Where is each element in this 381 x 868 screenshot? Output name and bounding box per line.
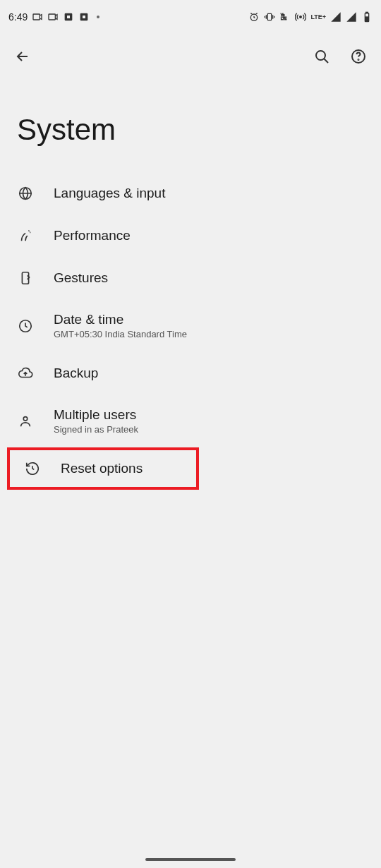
list-item-sub: Signed in as Prateek	[54, 424, 138, 435]
svg-rect-12	[366, 12, 368, 13]
status-left: 6:49	[8, 11, 99, 23]
lte-indicator: LTE+	[310, 13, 326, 20]
signal-icon-2	[346, 11, 357, 23]
svg-rect-13	[365, 17, 368, 21]
performance-item[interactable]: Performance	[0, 215, 381, 257]
list-item-label: Reset options	[61, 461, 143, 476]
notif-icon-3	[63, 11, 74, 23]
back-button[interactable]	[14, 48, 31, 65]
gestures-icon	[17, 270, 34, 287]
svg-point-10	[300, 16, 302, 18]
nav-handle[interactable]	[145, 858, 236, 861]
list-item-sub: GMT+05:30 India Standard Time	[54, 329, 187, 339]
cloud-upload-icon	[17, 365, 34, 382]
signal-icon-1	[330, 11, 341, 23]
svg-rect-3	[67, 16, 70, 18]
status-time: 6:49	[8, 11, 28, 23]
notif-icon-4	[78, 11, 90, 23]
settings-list: Languages & input Performance Gestures D…	[0, 172, 381, 490]
svg-point-14	[316, 51, 325, 60]
battery-icon	[361, 11, 373, 23]
status-bar: 6:49 VoLTE LTE+	[0, 0, 381, 34]
search-button[interactable]	[313, 48, 330, 65]
help-button[interactable]	[350, 48, 367, 65]
reset-options-item[interactable]: Reset options	[7, 447, 199, 490]
svg-rect-18	[22, 272, 28, 284]
backup-item[interactable]: Backup	[0, 352, 381, 394]
list-item-label: Date & time	[54, 312, 187, 327]
more-notif-dot	[97, 16, 99, 18]
page-title: System	[0, 79, 381, 172]
hotspot-icon	[295, 11, 306, 23]
svg-rect-7	[268, 13, 272, 20]
date-time-item[interactable]: Date & time GMT+05:30 India Standard Tim…	[0, 299, 381, 352]
multiple-users-item[interactable]: Multiple users Signed in as Prateek	[0, 394, 381, 447]
alarm-icon	[248, 11, 260, 23]
notif-icon-2	[47, 11, 59, 23]
history-icon	[24, 460, 41, 477]
clock-icon	[17, 318, 34, 334]
svg-point-16	[358, 59, 359, 60]
list-item-label: Backup	[54, 366, 98, 381]
app-bar	[0, 34, 381, 79]
list-item-label: Performance	[54, 228, 131, 243]
svg-text:LTE: LTE	[281, 17, 286, 20]
svg-point-20	[23, 416, 28, 421]
list-item-label: Multiple users	[54, 407, 138, 423]
list-item-label: Languages & input	[54, 186, 165, 201]
list-item-label: Gestures	[54, 270, 108, 286]
svg-text:Vo: Vo	[281, 13, 285, 17]
vibrate-icon	[264, 11, 275, 23]
gestures-item[interactable]: Gestures	[0, 257, 381, 299]
svg-rect-1	[49, 14, 55, 20]
globe-icon	[17, 185, 34, 202]
volte-icon: VoLTE	[279, 11, 291, 23]
languages-input-item[interactable]: Languages & input	[0, 172, 381, 215]
svg-rect-0	[33, 14, 40, 20]
svg-rect-5	[83, 16, 85, 18]
status-right: VoLTE LTE+	[248, 11, 373, 23]
performance-icon	[17, 227, 34, 244]
notif-icon-1	[32, 11, 43, 23]
person-icon	[17, 413, 34, 430]
